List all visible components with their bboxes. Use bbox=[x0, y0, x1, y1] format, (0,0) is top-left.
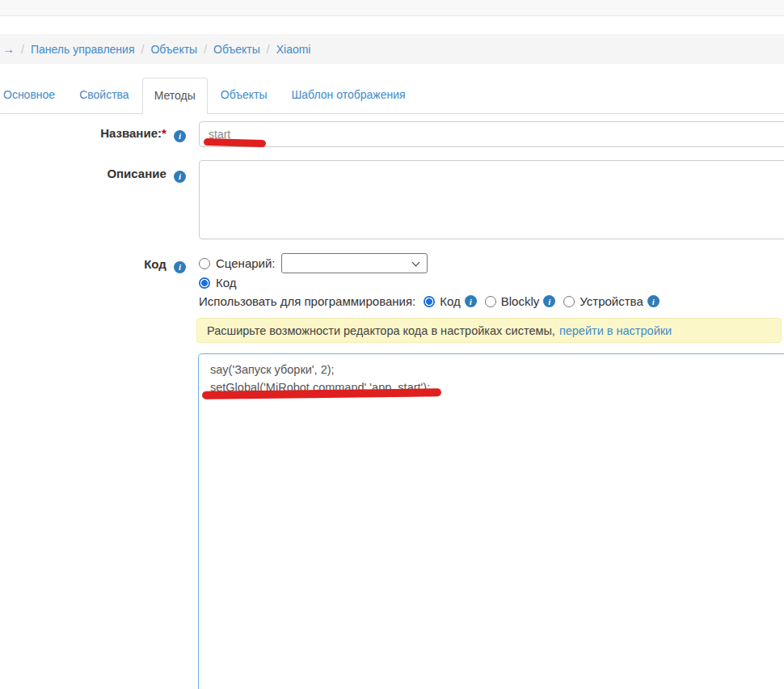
scenario-select[interactable] bbox=[281, 253, 428, 273]
info-icon[interactable]: i bbox=[465, 295, 477, 307]
scenario-radio[interactable] bbox=[199, 258, 210, 269]
code-radio-row: Код bbox=[199, 276, 237, 290]
breadcrumb-link-objects[interactable]: Объекты bbox=[150, 43, 197, 56]
info-icon[interactable]: i bbox=[174, 261, 186, 273]
breadcrumb-separator: / bbox=[197, 43, 213, 56]
chevron-down-icon bbox=[411, 259, 419, 267]
info-icon[interactable]: i bbox=[543, 295, 555, 307]
go-to-settings-link[interactable]: перейти в настройки bbox=[559, 324, 672, 337]
usage-radio-blockly-label: Blockly bbox=[501, 294, 540, 308]
code-radio-label: Код bbox=[216, 276, 237, 290]
code-label-text: Код bbox=[144, 257, 166, 271]
description-label: Описание i bbox=[0, 167, 186, 183]
back-arrow-icon[interactable]: → bbox=[2, 42, 15, 56]
name-input[interactable] bbox=[199, 121, 784, 147]
alert-text: Расширьте возможности редактора кода в н… bbox=[207, 324, 555, 337]
breadcrumb-separator: / bbox=[15, 43, 31, 56]
info-icon[interactable]: i bbox=[174, 171, 186, 183]
usage-option-devices: Устройства i bbox=[563, 294, 659, 308]
description-textarea[interactable] bbox=[199, 160, 784, 239]
editor-settings-alert: Расширьте возможности редактора кода в н… bbox=[196, 318, 782, 343]
top-navbar-strip bbox=[0, 0, 784, 16]
usage-label: Использовать для программирования: bbox=[199, 294, 415, 308]
breadcrumb-link-control-panel[interactable]: Панель управления bbox=[31, 43, 135, 56]
name-label: Название:* i bbox=[0, 126, 186, 142]
usage-radio-devices[interactable] bbox=[563, 296, 575, 307]
code-editor-textarea[interactable]: say('Запуск уборки', 2); setGlobal('MiRo… bbox=[198, 353, 784, 689]
usage-option-blockly: Blockly i bbox=[485, 294, 556, 308]
tab-display-template[interactable]: Шаблон отображения bbox=[280, 78, 417, 114]
breadcrumb-link-xiaomi[interactable]: Xiaomi bbox=[276, 43, 311, 56]
tab-properties[interactable]: Свойства bbox=[68, 78, 140, 114]
tab-main[interactable]: Основное bbox=[0, 78, 66, 114]
info-icon[interactable]: i bbox=[174, 130, 186, 142]
usage-option-code: Код i bbox=[424, 294, 477, 308]
tab-objects[interactable]: Объекты bbox=[209, 78, 279, 114]
usage-radio-devices-label: Устройства bbox=[580, 294, 643, 308]
usage-radio-blockly[interactable] bbox=[485, 296, 496, 307]
breadcrumb: → / Панель управления / Объекты / Объект… bbox=[0, 34, 784, 64]
scenario-radio-row: Сценарий: bbox=[199, 253, 428, 273]
tab-bar: Основное Свойства Методы Объекты Шаблон … bbox=[0, 78, 419, 114]
info-icon[interactable]: i bbox=[647, 295, 660, 307]
usage-radio-code[interactable] bbox=[424, 296, 435, 307]
usage-row: Использовать для программирования: Код i… bbox=[199, 294, 660, 308]
tab-methods[interactable]: Методы bbox=[142, 78, 208, 114]
breadcrumb-separator: / bbox=[260, 43, 276, 56]
name-label-text: Название: bbox=[100, 126, 162, 140]
code-radio[interactable] bbox=[199, 277, 210, 289]
required-asterisk: * bbox=[162, 126, 166, 140]
breadcrumb-link-objects-2[interactable]: Объекты bbox=[213, 43, 260, 56]
scenario-radio-label: Сценарий: bbox=[216, 256, 276, 270]
usage-radio-code-label: Код bbox=[440, 294, 461, 308]
description-label-text: Описание bbox=[107, 167, 166, 180]
code-label: Код i bbox=[0, 257, 186, 273]
breadcrumb-separator: / bbox=[135, 43, 151, 56]
